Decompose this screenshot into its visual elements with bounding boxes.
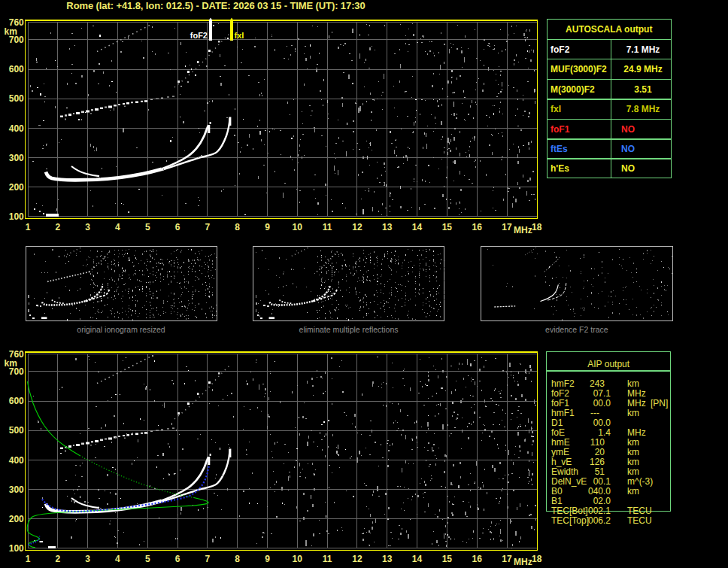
svg-text:km: km bbox=[627, 447, 639, 457]
svg-text:km: km bbox=[627, 457, 639, 467]
svg-text:foF1: foF1 bbox=[551, 124, 570, 135]
svg-text:17: 17 bbox=[502, 554, 512, 564]
svg-text:20: 20 bbox=[595, 447, 605, 457]
svg-text:TECU: TECU bbox=[627, 515, 652, 526]
svg-text:foF2: foF2 bbox=[551, 44, 570, 55]
svg-text:7.8 MHz: 7.8 MHz bbox=[626, 104, 660, 114]
svg-text:07.1: 07.1 bbox=[593, 388, 611, 399]
svg-text:foF2: foF2 bbox=[190, 31, 208, 40]
svg-text:100: 100 bbox=[9, 543, 24, 554]
svg-text:006.2: 006.2 bbox=[588, 515, 611, 526]
svg-text:02.0: 02.0 bbox=[593, 496, 611, 506]
svg-text:Rome (lat: +41.8, lon: 012.5): Rome (lat: +41.8, lon: 012.5) - DATE: 20… bbox=[66, 0, 365, 11]
svg-text:evidence F2 trace: evidence F2 trace bbox=[545, 325, 608, 334]
svg-text:foF2: foF2 bbox=[551, 388, 569, 399]
svg-text:2: 2 bbox=[55, 222, 60, 232]
svg-text:400: 400 bbox=[9, 455, 24, 466]
svg-text:6: 6 bbox=[175, 554, 180, 564]
svg-text:hmE: hmE bbox=[551, 437, 570, 448]
svg-text:TEC[Bot]: TEC[Bot] bbox=[551, 506, 588, 516]
svg-text:100: 100 bbox=[9, 211, 24, 222]
svg-text:[PN]: [PN] bbox=[651, 398, 668, 409]
svg-text:12: 12 bbox=[352, 554, 362, 564]
svg-text:M(3000)F2: M(3000)F2 bbox=[551, 84, 595, 95]
svg-text:500: 500 bbox=[9, 93, 24, 104]
svg-text:200: 200 bbox=[9, 514, 24, 524]
svg-text:11: 11 bbox=[323, 554, 332, 564]
svg-text:foF1: foF1 bbox=[551, 398, 569, 409]
svg-text:10: 10 bbox=[293, 222, 303, 232]
svg-text:14: 14 bbox=[412, 222, 423, 232]
svg-text:12: 12 bbox=[352, 222, 362, 232]
svg-text:MHz: MHz bbox=[514, 225, 532, 235]
svg-text:km: km bbox=[627, 378, 639, 389]
svg-text:foE: foE bbox=[551, 427, 565, 438]
svg-text:km: km bbox=[5, 26, 17, 37]
svg-text:51: 51 bbox=[595, 466, 605, 477]
svg-text:4: 4 bbox=[115, 554, 120, 564]
svg-text:2: 2 bbox=[55, 554, 60, 564]
svg-text:002.1: 002.1 bbox=[588, 506, 611, 516]
svg-text:1: 1 bbox=[26, 222, 31, 232]
svg-text:NO: NO bbox=[621, 124, 635, 135]
svg-text:110: 110 bbox=[590, 437, 605, 448]
svg-text:3: 3 bbox=[85, 554, 90, 564]
svg-text:hmF1: hmF1 bbox=[551, 408, 575, 418]
svg-text:h'Es: h'Es bbox=[551, 163, 569, 174]
svg-text:NO: NO bbox=[621, 163, 635, 174]
svg-text:1: 1 bbox=[26, 554, 31, 564]
svg-text:500: 500 bbox=[9, 425, 24, 436]
svg-text:126: 126 bbox=[590, 457, 605, 467]
svg-text:AIP output: AIP output bbox=[587, 359, 629, 369]
svg-text:---: --- bbox=[590, 408, 599, 418]
svg-text:13: 13 bbox=[382, 222, 393, 232]
svg-text:eliminate multiple reflections: eliminate multiple reflections bbox=[299, 325, 399, 334]
svg-text:km: km bbox=[627, 486, 639, 497]
svg-text:9: 9 bbox=[265, 222, 270, 232]
svg-text:3: 3 bbox=[85, 222, 90, 232]
svg-text:15: 15 bbox=[442, 554, 453, 564]
svg-text:MHz: MHz bbox=[627, 388, 646, 399]
svg-text:243: 243 bbox=[590, 378, 605, 389]
svg-text:original ionogram resized: original ionogram resized bbox=[77, 325, 165, 334]
svg-text:9: 9 bbox=[265, 554, 270, 564]
svg-text:18: 18 bbox=[532, 222, 542, 232]
svg-text:Ewidth: Ewidth bbox=[551, 466, 578, 477]
svg-text:11: 11 bbox=[323, 222, 332, 232]
svg-text:13: 13 bbox=[382, 554, 393, 564]
svg-text:MUF(3000)F2: MUF(3000)F2 bbox=[551, 64, 607, 74]
svg-text:m^(-3): m^(-3) bbox=[627, 476, 653, 487]
svg-text:300: 300 bbox=[9, 153, 24, 163]
svg-text:TEC[Top]: TEC[Top] bbox=[551, 515, 589, 526]
svg-text:24.9 MHz: 24.9 MHz bbox=[623, 64, 662, 74]
svg-text:10: 10 bbox=[293, 554, 303, 564]
svg-text:4: 4 bbox=[115, 222, 120, 232]
svg-text:7: 7 bbox=[205, 554, 211, 564]
svg-text:B1: B1 bbox=[551, 496, 563, 506]
svg-text:18: 18 bbox=[532, 554, 542, 564]
svg-text:ymE: ymE bbox=[551, 447, 569, 457]
svg-text:MHz: MHz bbox=[627, 427, 646, 438]
svg-text:7: 7 bbox=[205, 222, 211, 232]
svg-text:6: 6 bbox=[175, 222, 180, 232]
svg-text:00.1: 00.1 bbox=[593, 476, 611, 487]
svg-text:fxI: fxI bbox=[235, 31, 244, 40]
svg-text:17: 17 bbox=[502, 222, 512, 232]
svg-text:h_vE: h_vE bbox=[551, 457, 572, 467]
svg-text:7.1 MHz: 7.1 MHz bbox=[626, 44, 660, 55]
svg-text:km: km bbox=[627, 466, 639, 477]
svg-text:600: 600 bbox=[9, 64, 24, 74]
svg-text:400: 400 bbox=[9, 123, 24, 134]
svg-text:MHz: MHz bbox=[514, 557, 532, 567]
svg-text:AUTOSCALA output: AUTOSCALA output bbox=[566, 24, 652, 35]
svg-text:km: km bbox=[627, 437, 639, 448]
svg-text:8: 8 bbox=[235, 222, 240, 232]
svg-text:B0: B0 bbox=[551, 486, 563, 497]
svg-text:5: 5 bbox=[145, 222, 150, 232]
svg-text:NO: NO bbox=[621, 144, 635, 154]
svg-text:600: 600 bbox=[9, 396, 24, 406]
svg-text:fxI: fxI bbox=[551, 104, 561, 114]
svg-text:8: 8 bbox=[235, 554, 240, 564]
svg-text:km: km bbox=[627, 408, 639, 418]
svg-text:00.0: 00.0 bbox=[593, 398, 611, 409]
